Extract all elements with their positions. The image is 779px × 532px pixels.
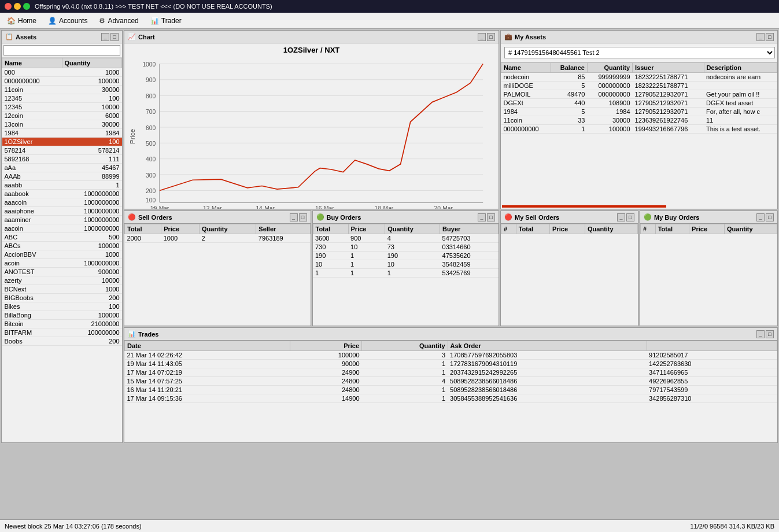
- trades-minimize[interactable]: _: [756, 330, 765, 338]
- list-item[interactable]: 1OZSilver100: [2, 138, 122, 146]
- my-sell-scroll[interactable]: # Total Price Quantity: [501, 224, 638, 326]
- buy-orders-maximize[interactable]: □: [487, 213, 495, 221]
- list-item[interactable]: aAa45467: [2, 164, 122, 172]
- list-item[interactable]: AccionBBV1000: [2, 250, 122, 259]
- table-row[interactable]: 1984 5 1984 127905212932071 For, after a…: [501, 108, 777, 116]
- table-row[interactable]: 11coin 33 30000 123639261922746 11: [501, 116, 777, 125]
- buy-orders-scroll[interactable]: Total Price Quantity Buyer 3600 900 4 54…: [313, 224, 499, 326]
- table-row[interactable]: nodecoin 85 999999999 182322251788771 no…: [501, 73, 777, 82]
- trades-table-scroll[interactable]: Date Price Quantity Ask Order 21 Mar 14 …: [124, 341, 777, 442]
- table-row[interactable]: DGEXt 440 108900 127905212932071 DGEX te…: [501, 99, 777, 108]
- myassets-minimize[interactable]: _: [756, 33, 765, 41]
- myassets-col-balance: Balance: [551, 63, 587, 73]
- my-buy-orders-title: My Buy Orders: [654, 214, 699, 221]
- list-item[interactable]: aaabb1: [2, 181, 122, 190]
- assets-search-input[interactable]: [3, 45, 120, 56]
- maximize-button[interactable]: [23, 3, 30, 10]
- trade-bid: 34711466965: [647, 368, 777, 377]
- chart-minimize[interactable]: _: [478, 33, 486, 41]
- list-item[interactable]: BITFARM100000000: [2, 328, 122, 337]
- list-item[interactable]: Bitcoin21000000: [2, 320, 122, 328]
- list-item[interactable]: 5892168111: [2, 155, 122, 164]
- table-row[interactable]: 16 Mar 14 11:20:21 24800 1 5089528238566…: [125, 386, 777, 394]
- list-item[interactable]: aacoin1000000000: [2, 224, 122, 233]
- list-item[interactable]: 578214578214: [2, 146, 122, 155]
- table-row[interactable]: 3600 900 4 54725703: [313, 234, 499, 243]
- my-buy-scroll[interactable]: # Total Price Quantity: [640, 224, 777, 326]
- table-row[interactable]: 15 Mar 14 07:57:25 24800 4 5089528238566…: [125, 377, 777, 386]
- table-row[interactable]: 10 1 10 35482459: [313, 260, 499, 269]
- list-item[interactable]: Bikes100: [2, 302, 122, 311]
- list-item[interactable]: BIGBoobs200: [2, 294, 122, 302]
- asset-qty: 6000: [62, 112, 122, 120]
- list-item[interactable]: Boobs200: [2, 337, 122, 346]
- sell-orders-scroll[interactable]: Total Price Quantity Seller 2000 1000 2 …: [124, 224, 311, 326]
- myasset-qty: 30000: [587, 116, 632, 125]
- myassets-maximize[interactable]: □: [766, 33, 774, 41]
- table-row[interactable]: 2000 1000 2 7963189: [125, 234, 311, 243]
- table-row[interactable]: PALMOIL 49470 000000000 127905212932071 …: [501, 90, 777, 99]
- list-item[interactable]: AAAb88999: [2, 172, 122, 181]
- table-row[interactable]: 21 Mar 14 02:26:42 100000 3 170857759769…: [125, 351, 777, 360]
- list-item[interactable]: ABCs100000: [2, 242, 122, 250]
- trades-maximize[interactable]: □: [766, 330, 774, 338]
- trade-date: 16 Mar 14 11:20:21: [125, 386, 290, 394]
- menu-advanced[interactable]: ⚙ Advanced: [94, 15, 143, 27]
- trades-panel: 📊 Trades _ □ Date Price Quantity Ask Ord…: [124, 327, 778, 443]
- asset-qty: 1000000000: [62, 207, 122, 216]
- list-item[interactable]: aaaiphone1000000000: [2, 207, 122, 216]
- chart-maximize[interactable]: □: [487, 33, 495, 41]
- table-row[interactable]: 730 10 73 03314660: [313, 243, 499, 252]
- asset-qty: 900000: [62, 268, 122, 276]
- list-item[interactable]: BCNext1000: [2, 285, 122, 294]
- account-select[interactable]: # 1479195156480445561 Test 2: [504, 47, 775, 58]
- list-item[interactable]: aaacoin1000000000: [2, 198, 122, 207]
- list-item[interactable]: 19841984: [2, 129, 122, 138]
- list-item[interactable]: 0000000000100000: [2, 77, 122, 86]
- sell-orders-maximize[interactable]: □: [299, 213, 307, 221]
- menu-home[interactable]: 🏠 Home: [2, 15, 41, 27]
- list-item[interactable]: ANOTEST900000: [2, 268, 122, 276]
- table-row[interactable]: 17 Mar 14 07:02:19 24900 1 2037432915242…: [125, 368, 777, 377]
- table-row[interactable]: 17 Mar 14 09:15:36 14900 1 3058455388952…: [125, 394, 777, 403]
- asset-qty: 88999: [62, 172, 122, 181]
- trade-qty: 1: [362, 394, 448, 403]
- assets-table-scroll[interactable]: Name Quantity 0001000000000000010000011c…: [2, 58, 122, 442]
- list-item[interactable]: 0001000: [2, 68, 122, 77]
- list-item[interactable]: acoin1000000000: [2, 259, 122, 268]
- menu-accounts[interactable]: 👤 Accounts: [43, 15, 92, 27]
- my-sell-maximize[interactable]: □: [626, 213, 634, 221]
- buy-orders-minimize[interactable]: _: [478, 213, 486, 221]
- list-item[interactable]: 13coin30000: [2, 120, 122, 129]
- close-button[interactable]: [5, 3, 12, 10]
- my-buy-minimize[interactable]: _: [756, 213, 765, 221]
- menu-trader[interactable]: 📊 Trader: [146, 15, 186, 27]
- list-item[interactable]: 12coin6000: [2, 112, 122, 120]
- table-row[interactable]: 1 1 1 53425769: [313, 269, 499, 278]
- assets-minimize[interactable]: _: [101, 33, 109, 41]
- table-row[interactable]: 190 1 190 47535620: [313, 252, 499, 260]
- list-item[interactable]: 12345100: [2, 94, 122, 103]
- sell-col-seller: Seller: [256, 224, 310, 234]
- sell-orders-minimize[interactable]: _: [290, 213, 298, 221]
- table-row[interactable]: milliDOGE 5 000000000 182322251788771: [501, 82, 777, 90]
- table-row[interactable]: 19 Mar 14 11:43:05 90000 1 1727831679094…: [125, 360, 777, 368]
- list-item[interactable]: aaabook1000000000: [2, 190, 122, 198]
- my-sell-minimize[interactable]: _: [617, 213, 625, 221]
- list-item[interactable]: aaaminer1000000000: [2, 216, 122, 224]
- table-row[interactable]: 0000000000 1 100000 199493216667796 This…: [501, 125, 777, 134]
- list-item[interactable]: azerty10000: [2, 276, 122, 285]
- list-item[interactable]: 11coin30000: [2, 86, 122, 94]
- asset-name: AccionBBV: [2, 250, 62, 259]
- asset-name: 12345: [2, 103, 62, 112]
- list-item[interactable]: ABC500: [2, 233, 122, 242]
- minimize-button[interactable]: [14, 3, 21, 10]
- myassets-table-scroll[interactable]: Name Balance Quantity Issuer Description…: [501, 62, 777, 204]
- assets-maximize[interactable]: □: [110, 33, 119, 41]
- asset-qty: 100000000: [62, 328, 122, 337]
- asset-name: BCNext: [2, 285, 62, 294]
- list-item[interactable]: BillaBong100000: [2, 311, 122, 320]
- window-controls[interactable]: [5, 3, 30, 10]
- my-buy-maximize[interactable]: □: [766, 213, 774, 221]
- list-item[interactable]: 1234510000: [2, 103, 122, 112]
